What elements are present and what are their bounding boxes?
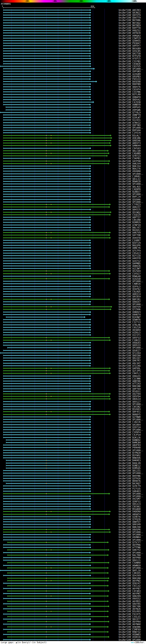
hit-bar[interactable] xyxy=(3,629,90,630)
hit-label[interactable]: UniRef100_C4Q4N9 xyxy=(119,152,141,154)
hit-label[interactable]: UniRef100_UP1000.. xyxy=(119,472,143,474)
hit-label[interactable]: UniRef100_B3TLR0 xyxy=(119,93,141,96)
hit-bar[interactable] xyxy=(3,383,90,384)
hit-row[interactable]: UniRef100_Q5PVL5 xyxy=(0,285,146,288)
hit-label[interactable]: UniRef100_Q5Q9A6 xyxy=(119,198,141,200)
hit-bar[interactable] xyxy=(3,184,90,184)
hit-bar[interactable] xyxy=(3,256,90,256)
hit-bar[interactable] xyxy=(3,294,90,294)
hit-bar[interactable] xyxy=(3,639,90,640)
hit-row[interactable]: UniRef100_Q1HET6 xyxy=(0,516,146,518)
hit-label[interactable]: UniRef100_A8PT37 xyxy=(119,216,141,219)
hit-bar[interactable] xyxy=(3,253,90,253)
hit-bar[interactable] xyxy=(3,196,90,197)
hit-row[interactable]: UniRef100_A8NCY6 xyxy=(0,247,146,249)
hit-row[interactable]: UniRef100_Q7PQZ6 xyxy=(0,518,146,520)
hit-row[interactable]: UniRef100_B0W3V6 xyxy=(0,457,146,459)
hit-label[interactable]: UniRef100_B169W7 xyxy=(119,316,141,318)
hit-bar[interactable] xyxy=(7,606,108,606)
hit-bar[interactable] xyxy=(3,593,90,594)
hit-row[interactable]: UniRef100_B169W7 xyxy=(0,316,146,318)
hit-label[interactable]: UniRef100_C1MVB1 xyxy=(119,175,141,178)
hit-bar[interactable] xyxy=(3,296,90,297)
hit-label[interactable]: UniRef100_Q5UEZ7 xyxy=(119,349,141,352)
hit-row[interactable]: UniRef100_C1FDJ9 xyxy=(0,132,146,134)
hit-bar[interactable] xyxy=(3,424,90,425)
hit-row[interactable]: UniRef100_B9FCJ4 xyxy=(0,196,146,198)
hit-row[interactable]: UniRef100_UP1000.. xyxy=(0,538,146,541)
hit-bar[interactable] xyxy=(3,217,90,218)
hit-label[interactable]: UniRef100_A6YPN7 xyxy=(119,592,141,595)
hit-bar[interactable] xyxy=(3,97,90,97)
hit-bar[interactable] xyxy=(3,501,90,502)
hit-bar[interactable] xyxy=(3,48,90,49)
hit-bar[interactable] xyxy=(3,335,90,335)
hit-row[interactable]: UniRef100_A9PGG5 xyxy=(0,106,146,108)
hit-row[interactable]: UniRef100_C5SYN1 xyxy=(0,60,146,62)
hit-label[interactable]: UniRef100_A2I3W7 xyxy=(119,267,141,270)
hit-bar[interactable] xyxy=(3,12,90,13)
hit-bar[interactable] xyxy=(3,524,90,525)
hit-row[interactable]: UniRef100_Q4N644 xyxy=(0,144,146,147)
hit-label[interactable]: UniRef100_B2BB37 xyxy=(119,190,141,193)
hit-bar[interactable] xyxy=(3,537,90,538)
hit-bar[interactable] xyxy=(3,17,90,18)
hit-row[interactable]: UniRef100_B4QLV8 xyxy=(0,462,146,464)
hit-row[interactable]: UniRef100_Q7Y0L9 xyxy=(0,111,146,114)
hit-row[interactable]: UniRef100_UP1000.. xyxy=(0,472,146,474)
hit-row[interactable]: UniRef100_B7FGF8 xyxy=(0,55,146,57)
hit-bar[interactable] xyxy=(3,212,110,212)
hit-bar[interactable] xyxy=(6,442,90,443)
hit-row[interactable]: UniRef100_UP1000.. xyxy=(0,68,146,70)
hit-bar[interactable] xyxy=(3,281,90,282)
hit-bar[interactable] xyxy=(3,614,90,614)
hit-row[interactable]: UniRef100_B7PNZ0 xyxy=(0,452,146,454)
hit-label[interactable]: UniRef100_UP1000.. xyxy=(119,551,143,554)
hit-row[interactable]: UniRef100_A1CSY1 xyxy=(0,334,146,336)
hit-label[interactable]: UniRef100_Q5W3B6 xyxy=(119,626,141,628)
hit-bar[interactable] xyxy=(3,378,90,379)
hit-label[interactable]: UniRef100_Q967R7 xyxy=(119,359,141,362)
hit-label[interactable]: UniRef100_B0D1N8 xyxy=(119,385,141,388)
hit-bar[interactable] xyxy=(3,166,90,166)
hit-row[interactable]: UniRef100_B6W0Z8 xyxy=(0,180,146,183)
hit-label[interactable]: UniRef100_Q7Z996 xyxy=(119,308,141,311)
hit-row[interactable]: UniRef100_A8UF03 xyxy=(0,444,146,446)
hit-row[interactable]: UniRef100_B6TBE9 xyxy=(0,24,146,26)
hit-label[interactable]: UniRef100_Q4R7Y2 xyxy=(119,549,141,551)
hit-bar[interactable] xyxy=(3,480,90,481)
hit-row[interactable]: UniRef100_C4WR16 xyxy=(0,282,146,285)
hit-bar[interactable] xyxy=(3,230,90,230)
hit-label[interactable]: UniRef100_Q9XYV9 xyxy=(119,306,141,308)
hit-bar[interactable] xyxy=(3,539,90,540)
hit-label[interactable]: UniRef100_B5VUD3 xyxy=(119,408,141,410)
hit-label[interactable]: UniRef100_Q9FGN3 xyxy=(119,70,141,73)
hit-bar[interactable] xyxy=(3,189,90,190)
hit-row[interactable]: UniRef100_A9USP6 xyxy=(0,528,146,531)
hit-label[interactable]: UniRef100_B3VT29 xyxy=(119,242,141,244)
hit-row[interactable]: UniRef100_B6KJX4 xyxy=(0,165,146,167)
hit-bar[interactable] xyxy=(3,40,90,41)
hit-bar[interactable] xyxy=(3,15,90,16)
hit-label[interactable]: UniRef100_P27535 xyxy=(119,487,141,490)
hit-bar[interactable] xyxy=(7,586,107,586)
hit-row[interactable]: UniRef100_A7LCK6 xyxy=(0,364,146,367)
hit-bar[interactable] xyxy=(3,46,90,46)
hit-row[interactable]: UniRef100_C5WTC9 xyxy=(0,37,146,39)
hit-label[interactable]: UniRef100_B9HYN9 xyxy=(119,83,141,86)
hit-row[interactable]: UniRef100_Q6FL10 xyxy=(0,569,146,572)
hit-bar[interactable] xyxy=(6,110,90,110)
hit-bar[interactable] xyxy=(3,608,90,609)
hit-row[interactable]: UniRef100_C0H7L1 xyxy=(0,372,146,375)
hit-bar[interactable] xyxy=(3,391,90,392)
hit-label[interactable]: UniRef100_P45533 xyxy=(119,78,141,80)
hit-row[interactable]: UniRef100_A9ZSM7 xyxy=(0,498,146,500)
hit-bar[interactable] xyxy=(3,386,90,386)
hit-label[interactable]: UniRef100_A8UG14 xyxy=(119,398,141,400)
hit-label[interactable]: UniRef100_UP1000.. xyxy=(119,172,143,175)
hit-row[interactable]: UniRef100_C5GLU1 xyxy=(0,615,146,618)
hit-row[interactable]: UniRef100_C4J938 xyxy=(0,101,146,103)
hit-row[interactable]: UniRef100_A6R237 xyxy=(0,206,146,208)
hit-label[interactable]: UniRef100_C5PHF4 xyxy=(119,431,141,434)
hit-bar[interactable] xyxy=(3,99,90,100)
